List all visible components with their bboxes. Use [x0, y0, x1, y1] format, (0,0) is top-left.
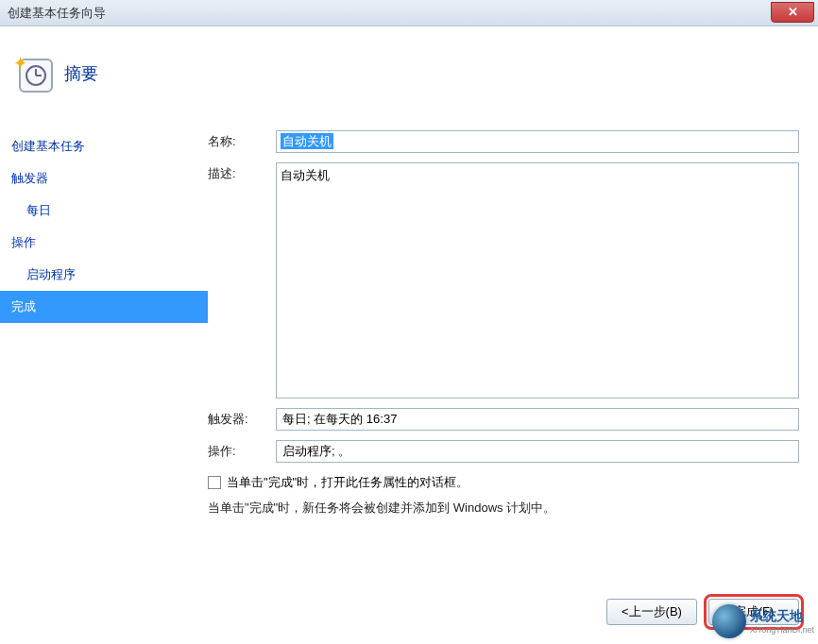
finish-note: 当单击"完成"时，新任务将会被创建并添加到 Windows 计划中。	[208, 499, 799, 518]
open-properties-checkbox[interactable]	[208, 476, 221, 489]
wizard-steps-sidebar: 创建基本任务 触发器 每日 操作 启动程序 完成	[0, 121, 208, 568]
step-finish[interactable]: 完成	[0, 291, 208, 323]
wizard-footer: <上一步(B) 完成(F)	[0, 580, 818, 644]
open-properties-checkbox-label: 当单击"完成"时，打开此任务属性的对话框。	[227, 474, 469, 491]
trigger-value[interactable]: 每日; 在每天的 16:37	[276, 408, 799, 431]
action-value[interactable]: 启动程序; 。	[276, 440, 799, 463]
description-label: 描述:	[208, 162, 276, 398]
titlebar: 创建基本任务向导 ✕	[0, 0, 818, 26]
finish-button[interactable]: 完成(F)	[708, 599, 799, 625]
step-start-program[interactable]: 启动程序	[0, 259, 208, 291]
step-actions[interactable]: 操作	[0, 227, 208, 259]
trigger-label: 触发器:	[208, 408, 276, 431]
wizard-header: ✦ 摘要	[0, 26, 818, 121]
back-button[interactable]: <上一步(B)	[606, 599, 697, 625]
page-title: 摘要	[64, 62, 98, 85]
name-label: 名称:	[208, 130, 276, 153]
step-triggers[interactable]: 触发器	[0, 162, 208, 195]
action-label: 操作:	[208, 440, 276, 463]
step-daily[interactable]: 每日	[0, 195, 208, 227]
summary-form: 名称: 自动关机 描述: 自动关机 触发器: 每日; 在每天的 16:37 操作…	[208, 121, 818, 568]
step-create-basic-task[interactable]: 创建基本任务	[0, 130, 208, 162]
description-input[interactable]: 自动关机	[276, 162, 799, 398]
window-title: 创建基本任务向导	[8, 5, 106, 22]
summary-icon: ✦	[15, 55, 53, 93]
close-button[interactable]: ✕	[771, 2, 814, 23]
name-input[interactable]: 自动关机	[276, 130, 799, 153]
content-area: 创建基本任务 触发器 每日 操作 启动程序 完成 名称: 自动关机 描述: 自动…	[0, 121, 818, 568]
close-icon: ✕	[788, 5, 798, 19]
